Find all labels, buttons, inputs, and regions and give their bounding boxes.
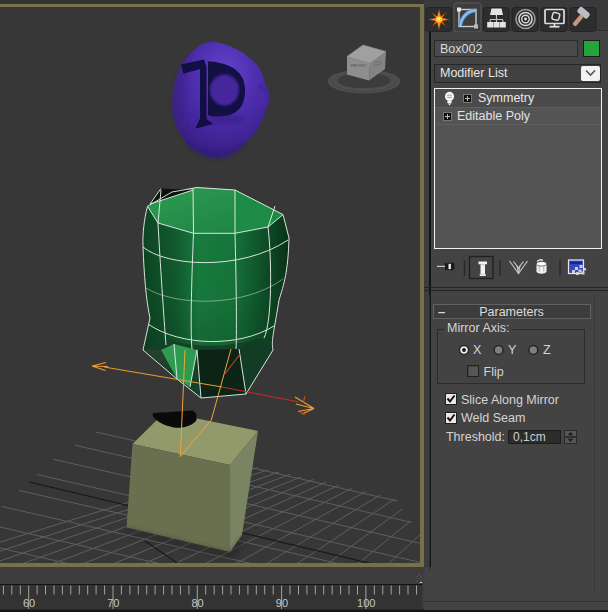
svg-text:100: 100 [357,597,375,609]
svg-text:60: 60 [23,597,35,609]
svg-text:70: 70 [107,597,119,609]
svg-text:80: 80 [191,597,203,609]
svg-text:90: 90 [276,597,288,609]
svg-text:FRONT: FRONT [351,63,366,68]
